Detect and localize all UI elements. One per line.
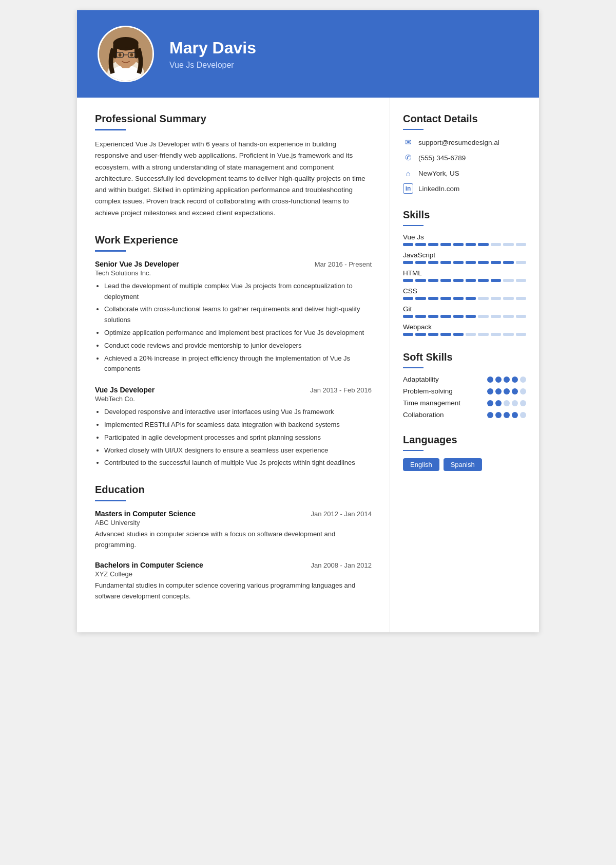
list-item: Worked closely with UI/UX designers to e… <box>104 445 372 456</box>
languages-list: English Spanish <box>403 458 526 471</box>
skill-name: Webpack <box>403 323 526 331</box>
contact-title: Contact Details <box>403 113 526 125</box>
skill-segment <box>403 261 413 264</box>
skill-segment <box>516 243 526 246</box>
skill-segment <box>503 297 513 300</box>
dot <box>512 400 518 406</box>
skill-segment <box>516 261 526 264</box>
skill-segment <box>516 297 526 300</box>
skill-name: JavaScript <box>403 251 526 259</box>
skill-segment <box>491 315 501 318</box>
skill-segment <box>466 333 476 336</box>
skill-bar <box>403 315 526 318</box>
summary-section: Professional Summary Experienced Vue Js … <box>95 113 372 219</box>
skill-segment <box>466 243 476 246</box>
skill-segment <box>415 261 426 264</box>
list-item: Conduct code reviews and provide mentors… <box>104 341 372 351</box>
job-1-header: Senior Vue Js Developer Mar 2016 - Prese… <box>95 260 372 268</box>
edu-2-header: Bachelors in Computer Science Jan 2008 -… <box>95 561 372 569</box>
svg-point-8 <box>113 38 138 48</box>
skill-segment <box>478 333 488 336</box>
skill-bar <box>403 333 526 336</box>
skill-segment <box>478 297 488 300</box>
skill-item: JavaScript <box>403 251 526 264</box>
skill-segment <box>428 333 438 336</box>
skill-segment <box>491 333 501 336</box>
work-divider <box>95 250 126 252</box>
skill-segment <box>440 261 451 264</box>
skill-segment <box>503 315 513 318</box>
soft-skill-name: Collaboration <box>403 411 444 419</box>
resume-container: Mary Davis Vue Js Developer Professional… <box>77 10 539 632</box>
avatar <box>98 26 154 82</box>
skill-segment <box>453 279 464 282</box>
list-item: Lead the development of multiple complex… <box>104 281 372 303</box>
job-1: Senior Vue Js Developer Mar 2016 - Prese… <box>95 260 372 374</box>
edu-2-degree: Bachelors in Computer Science <box>95 561 203 569</box>
edu-2-dates: Jan 2008 - Jan 2012 <box>311 561 372 569</box>
skill-segment <box>428 243 438 246</box>
skill-segment <box>453 333 464 336</box>
skills-title: Skills <box>403 209 526 221</box>
soft-skill-name: Problem-solving <box>403 387 453 395</box>
job-2-dates: Jan 2013 - Feb 2016 <box>310 386 372 394</box>
skill-segment <box>403 333 413 336</box>
skill-segment <box>503 279 513 282</box>
skill-bar <box>403 279 526 282</box>
dots <box>487 377 526 383</box>
job-1-title: Senior Vue Js Developer <box>95 260 179 268</box>
edu-1-school: ABC University <box>95 519 372 526</box>
edu-2-desc: Fundamental studies in computer science … <box>95 580 372 602</box>
lang-english: English <box>403 458 439 471</box>
skill-segment <box>478 279 488 282</box>
list-item: Contributed to the successful launch of … <box>104 458 372 468</box>
skill-segment <box>503 261 513 264</box>
edu-1-degree: Masters in Computer Science <box>95 510 196 518</box>
skill-segment <box>428 261 438 264</box>
skill-segment <box>453 297 464 300</box>
list-item: Collaborate with cross-functional teams … <box>104 304 372 326</box>
edu-1-header: Masters in Computer Science Jan 2012 - J… <box>95 510 372 518</box>
contact-email: ✉ support@resumedesign.ai <box>403 137 526 147</box>
left-column: Professional Summary Experienced Vue Js … <box>77 98 390 632</box>
skills-list: Vue JsJavaScriptHTMLCSSGitWebpack <box>403 233 526 336</box>
header-info: Mary Davis Vue Js Developer <box>169 39 256 70</box>
dot <box>487 400 493 406</box>
contact-section: Contact Details ✉ support@resumedesign.a… <box>403 113 526 194</box>
candidate-name: Mary Davis <box>169 39 256 58</box>
dots <box>487 400 526 406</box>
dots <box>487 412 526 418</box>
header: Mary Davis Vue Js Developer <box>77 10 539 98</box>
soft-skills-list: AdaptabilityProblem-solvingTime manageme… <box>403 375 526 419</box>
skill-segment <box>403 279 413 282</box>
list-item: Optimize application performance and imp… <box>104 328 372 339</box>
skill-segment <box>491 297 501 300</box>
skill-segment <box>403 297 413 300</box>
location-icon: ⌂ <box>403 168 413 178</box>
skill-segment <box>415 243 426 246</box>
summary-divider <box>95 129 126 130</box>
contact-divider <box>403 129 424 130</box>
skill-segment <box>478 243 488 246</box>
candidate-title: Vue Js Developer <box>169 61 256 70</box>
skill-segment <box>453 261 464 264</box>
summary-text: Experienced Vue Js Developer with 6 year… <box>95 139 372 219</box>
soft-skills-divider <box>403 367 424 368</box>
email-text: support@resumedesign.ai <box>418 139 499 146</box>
dot <box>520 388 526 394</box>
skill-segment <box>491 243 501 246</box>
dot <box>504 377 510 383</box>
job-2-title: Vue Js Developer <box>95 386 155 394</box>
edu-1: Masters in Computer Science Jan 2012 - J… <box>95 510 372 551</box>
list-item: Developed responsive and interactive use… <box>104 407 372 418</box>
edu-1-dates: Jan 2012 - Jan 2014 <box>311 510 372 518</box>
location-text: NewYork, US <box>418 170 459 177</box>
skill-segment <box>415 315 426 318</box>
email-icon: ✉ <box>403 137 413 147</box>
skill-segment <box>503 333 513 336</box>
skill-segment <box>403 315 413 318</box>
skill-segment <box>428 279 438 282</box>
job-2: Vue Js Developer Jan 2013 - Feb 2016 Web… <box>95 386 372 468</box>
skill-item: Vue Js <box>403 233 526 246</box>
list-item: Implemented RESTful APIs for seamless da… <box>104 420 372 430</box>
